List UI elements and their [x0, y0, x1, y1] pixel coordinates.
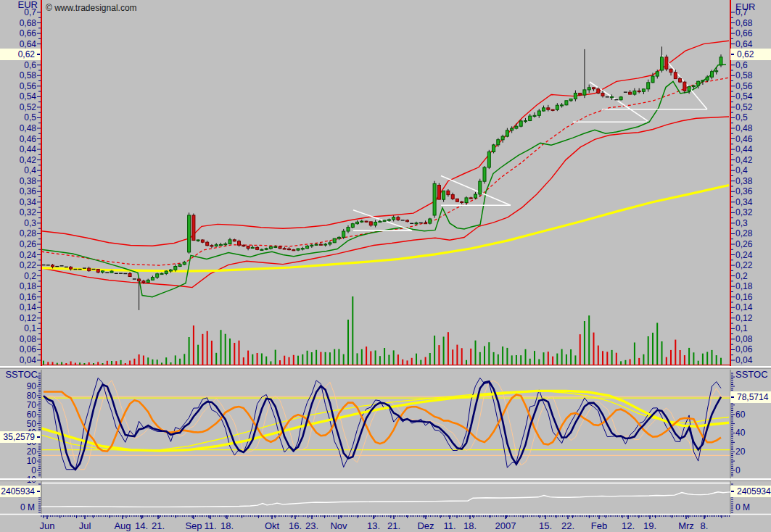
svg-text:0,64: 0,64 [735, 39, 753, 49]
svg-text:0,04: 0,04 [20, 355, 37, 365]
svg-text:0,34: 0,34 [735, 197, 753, 207]
svg-text:0,54: 0,54 [735, 91, 753, 101]
svg-text:11.: 11. [443, 520, 455, 531]
svg-text:0,34: 0,34 [20, 197, 37, 207]
svg-text:0,1: 0,1 [24, 323, 36, 333]
price-highlight-right: 0,62 [730, 49, 771, 60]
svg-text:0,3: 0,3 [24, 218, 36, 228]
svg-text:0,46: 0,46 [20, 134, 37, 144]
svg-text:0,04: 0,04 [735, 355, 753, 365]
sstoc-panel-title-right: SSTOC [735, 370, 768, 380]
svg-text:16.: 16. [289, 520, 302, 531]
cumulative-volume-line [41, 492, 730, 507]
tradesignal-chart-window: 0,70,70,680,680,660,660,640,640,60,60,58… [0, 0, 771, 532]
tick-dash [731, 491, 734, 492]
svg-text:Sep: Sep [185, 520, 202, 531]
svg-text:0,24: 0,24 [20, 250, 37, 260]
svg-text:0,5: 0,5 [735, 112, 748, 122]
svg-text:0,28: 0,28 [20, 228, 37, 238]
svg-text:23.: 23. [305, 520, 318, 531]
svg-text:11.: 11. [204, 520, 216, 531]
svg-text:12.: 12. [622, 520, 635, 531]
price-highlight-left: 0,62 [0, 49, 41, 60]
svg-text:Mrz: Mrz [678, 520, 694, 531]
svg-text:0,22: 0,22 [20, 260, 37, 270]
tick-dash [37, 54, 40, 55]
svg-text:0,38: 0,38 [20, 176, 37, 186]
svg-text:0,06: 0,06 [20, 344, 37, 354]
tick-dash [731, 54, 734, 55]
volume-highlight-right: 2405934 [730, 486, 771, 497]
svg-text:0,56: 0,56 [735, 81, 753, 91]
svg-text:20: 20 [27, 446, 37, 457]
svg-text:21.: 21. [152, 520, 165, 531]
copyright-text: © www.tradesignal.com [46, 3, 137, 13]
svg-text:0,6: 0,6 [24, 60, 36, 70]
svg-text:0,66: 0,66 [735, 28, 753, 38]
svg-text:0,26: 0,26 [735, 239, 753, 249]
svg-text:Dez: Dez [417, 520, 434, 531]
svg-text:10: 10 [27, 456, 37, 466]
tick-dash [37, 491, 40, 492]
svg-text:0,3: 0,3 [735, 218, 748, 228]
svg-text:0,18: 0,18 [20, 281, 37, 291]
svg-text:0,1: 0,1 [735, 323, 748, 333]
svg-text:8.: 8. [701, 520, 709, 531]
svg-text:0,16: 0,16 [735, 292, 753, 302]
x-axis: JunJulAug14.21.Sep11.18.Okt16.23.Nov13.2… [40, 515, 730, 531]
svg-text:0,42: 0,42 [20, 155, 37, 165]
svg-text:0,14: 0,14 [20, 302, 37, 312]
svg-text:22.: 22. [561, 520, 574, 531]
svg-text:0,44: 0,44 [735, 144, 753, 154]
svg-text:0,54: 0,54 [20, 91, 37, 101]
svg-text:0,06: 0,06 [735, 344, 753, 354]
svg-text:0,6: 0,6 [735, 60, 748, 70]
svg-text:0,56: 0,56 [20, 81, 37, 91]
svg-text:Jun: Jun [40, 520, 55, 531]
svg-text:0,12: 0,12 [735, 313, 753, 323]
tick-dash [37, 436, 40, 438]
svg-text:0,32: 0,32 [20, 207, 37, 217]
svg-text:0,14: 0,14 [735, 302, 753, 312]
svg-text:0,52: 0,52 [735, 102, 753, 112]
svg-text:0,68: 0,68 [735, 18, 753, 28]
svg-text:Nov: Nov [330, 520, 347, 531]
svg-text:0,48: 0,48 [735, 123, 753, 133]
svg-text:Jul: Jul [79, 520, 91, 531]
svg-text:0,42: 0,42 [735, 155, 753, 165]
svg-text:Okt: Okt [265, 520, 280, 531]
volume-zero-label-left: 0 M [0, 502, 35, 512]
sstoc-highlight-left: 35,2579 [0, 431, 41, 443]
svg-text:Aug: Aug [114, 520, 131, 531]
svg-text:0,2: 0,2 [24, 271, 36, 281]
svg-text:0,58: 0,58 [20, 70, 37, 80]
svg-text:0,28: 0,28 [735, 228, 753, 238]
svg-text:0,12: 0,12 [20, 313, 37, 323]
svg-text:0,64: 0,64 [20, 39, 37, 49]
svg-text:0,22: 0,22 [735, 260, 753, 270]
svg-text:18.: 18. [220, 520, 234, 531]
svg-text:0,26: 0,26 [20, 239, 37, 249]
svg-text:0,66: 0,66 [20, 28, 37, 38]
svg-text:60: 60 [735, 410, 746, 420]
price-axis-unit-left: EUR [0, 0, 38, 10]
svg-text:0: 0 [735, 465, 741, 475]
sstoc-panel-title-left: SSTOC [0, 370, 38, 380]
svg-text:0,48: 0,48 [20, 123, 37, 133]
sstoc-highlight-right: 78,5714 [730, 391, 771, 403]
volume-zero-label-right: 0 M [735, 502, 750, 512]
svg-text:21.: 21. [387, 520, 400, 531]
svg-text:0,68: 0,68 [20, 18, 37, 28]
svg-text:Feb: Feb [591, 520, 607, 531]
svg-text:0,16: 0,16 [20, 292, 37, 302]
svg-text:0,36: 0,36 [20, 186, 37, 196]
volume-highlight-left: 2405934 [0, 486, 41, 497]
svg-text:0,58: 0,58 [735, 70, 753, 80]
svg-text:20: 20 [735, 446, 746, 457]
svg-text:0,18: 0,18 [735, 281, 753, 291]
svg-text:0,4: 0,4 [24, 165, 36, 175]
svg-text:0,52: 0,52 [20, 102, 37, 112]
price-axis-unit-right: EUR [735, 2, 755, 12]
svg-text:18.: 18. [463, 520, 477, 531]
chart-canvas: 0,70,70,680,680,660,660,640,640,60,60,58… [0, 0, 771, 532]
